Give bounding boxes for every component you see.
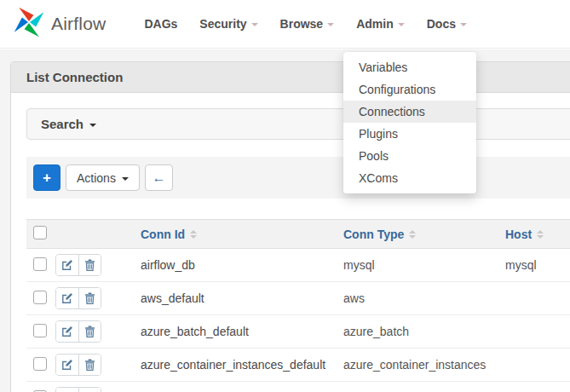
- cell-conn-type: [342, 382, 504, 392]
- nav-label: Admin: [356, 17, 394, 31]
- edit-icon[interactable]: [56, 288, 78, 308]
- row-action-buttons: [55, 387, 101, 392]
- chevron-down-icon: [327, 23, 334, 26]
- column-label: Conn Id: [141, 228, 185, 241]
- menu-item-plugins[interactable]: Plugins: [343, 123, 476, 145]
- nav-item-admin[interactable]: Admin: [345, 9, 416, 39]
- cell-conn-id: airflow_db: [139, 249, 342, 282]
- nav-label: Browse: [280, 17, 324, 31]
- chevron-down-icon: [89, 124, 96, 127]
- nav-label: DAGs: [144, 17, 177, 31]
- trash-icon[interactable]: [78, 321, 101, 342]
- column-header-conn-id[interactable]: Conn Id: [141, 228, 197, 241]
- cell-conn-type: mysql: [342, 249, 504, 282]
- nav-label: Security: [199, 17, 246, 31]
- cell-host: mysql: [504, 249, 570, 282]
- cell-conn-id: azure_container_instances_default: [139, 349, 342, 382]
- edit-icon[interactable]: [56, 321, 78, 342]
- row-action-buttons: [55, 254, 101, 276]
- nav-item-dags[interactable]: DAGs: [133, 9, 188, 39]
- edit-icon[interactable]: [56, 388, 78, 392]
- airflow-brand[interactable]: Airflow: [12, 5, 106, 43]
- column-header-conn-type[interactable]: Conn Type: [343, 228, 416, 241]
- chevron-down-icon: [460, 23, 467, 26]
- cell-host: [504, 382, 570, 392]
- table-row: [26, 382, 570, 392]
- nav-item-browse[interactable]: Browse: [269, 9, 346, 39]
- row-checkbox[interactable]: [33, 257, 47, 271]
- menu-item-xcoms[interactable]: XComs: [343, 167, 476, 189]
- menu-item-connections[interactable]: Connections: [343, 101, 476, 123]
- nav-item-security[interactable]: Security: [188, 9, 268, 39]
- nav-item-docs[interactable]: Docs: [416, 9, 478, 39]
- edit-icon[interactable]: [56, 355, 78, 375]
- airflow-logo-icon: [12, 5, 46, 43]
- row-action-buttons: [55, 354, 101, 376]
- column-label: Conn Type: [343, 228, 404, 241]
- cell-conn-id: [139, 382, 342, 392]
- nav-label: Docs: [427, 17, 456, 31]
- trash-icon[interactable]: [78, 255, 101, 275]
- column-label: Host: [505, 228, 532, 241]
- search-dropdown[interactable]: Search: [26, 108, 570, 140]
- cell-host: [504, 349, 570, 382]
- main-nav: DAGs Security Browse Admin Docs: [133, 9, 478, 39]
- admin-dropdown-menu: Variables Configurations Connections Plu…: [343, 52, 476, 193]
- table-toolbar: + Actions ←: [26, 157, 570, 199]
- connections-table: Conn Id Conn Type Host: [26, 219, 570, 392]
- cell-conn-type: azure_container_instances: [342, 349, 504, 382]
- navbar: Airflow DAGs Security Browse Admin Docs: [0, 0, 570, 49]
- table-row: azure_container_instances_defaultazure_c…: [26, 349, 570, 382]
- panel-body: Search + Actions ←: [11, 93, 570, 392]
- trash-icon[interactable]: [78, 355, 101, 375]
- page-background: List Connection Search + Actions ←: [0, 49, 570, 392]
- table-row: airflow_dbmysqlmysql: [26, 249, 570, 282]
- table-row: azure_batch_defaultazure_batch: [26, 315, 570, 349]
- cell-conn-type: azure_batch: [342, 315, 504, 349]
- menu-item-variables[interactable]: Variables: [343, 56, 476, 78]
- actions-label: Actions: [77, 171, 116, 185]
- menu-item-pools[interactable]: Pools: [343, 145, 476, 167]
- arrow-left-icon: ←: [152, 170, 165, 186]
- search-label: Search: [41, 117, 83, 131]
- list-connection-panel: List Connection Search + Actions ←: [10, 61, 570, 392]
- actions-dropdown-button[interactable]: Actions: [66, 164, 140, 191]
- cell-conn-id: azure_batch_default: [139, 315, 342, 349]
- page-title: List Connection: [11, 62, 570, 93]
- back-button[interactable]: ←: [145, 164, 173, 191]
- row-action-buttons: [55, 287, 101, 309]
- cell-host: [504, 282, 570, 315]
- trash-icon[interactable]: [78, 388, 101, 392]
- menu-item-configurations[interactable]: Configurations: [343, 78, 476, 101]
- sort-icon: [409, 230, 416, 239]
- row-action-buttons: [55, 320, 101, 343]
- select-all-checkbox[interactable]: [33, 226, 47, 239]
- trash-icon[interactable]: [78, 288, 101, 308]
- row-checkbox[interactable]: [33, 324, 47, 337]
- chevron-down-icon: [122, 177, 129, 181]
- table-header-row: Conn Id Conn Type Host: [26, 220, 570, 249]
- sort-icon: [537, 230, 544, 239]
- cell-host: [504, 315, 570, 349]
- brand-text: Airflow: [51, 14, 106, 34]
- chevron-down-icon: [251, 23, 258, 26]
- row-checkbox[interactable]: [33, 291, 47, 304]
- table-row: aws_defaultaws: [26, 282, 570, 315]
- row-checkbox[interactable]: [33, 357, 47, 371]
- column-header-host[interactable]: Host: [505, 228, 544, 241]
- edit-icon[interactable]: [56, 255, 78, 275]
- cell-conn-id: aws_default: [139, 282, 342, 315]
- plus-icon: +: [43, 170, 51, 187]
- chevron-down-icon: [398, 23, 405, 26]
- sort-icon: [190, 230, 197, 239]
- cell-conn-type: aws: [342, 282, 504, 315]
- add-record-button[interactable]: +: [33, 164, 60, 191]
